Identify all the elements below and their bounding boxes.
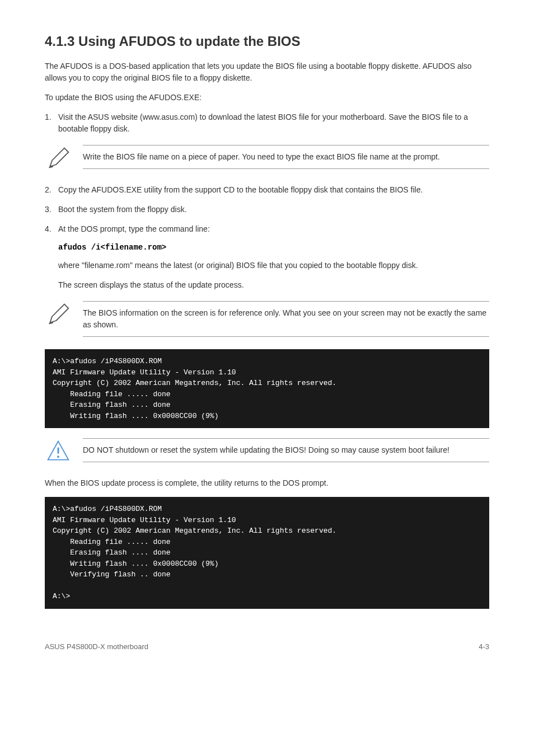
terminal-output-2: A:\>afudos /iP4S800DX.ROMAMI Firmware Up… — [45, 497, 489, 609]
section-title: 4.1.3 Using AFUDOS to update the BIOS — [45, 34, 489, 49]
terminal-line: Erasing flash .... done — [53, 547, 481, 558]
terminal-line: A:\> — [53, 591, 481, 602]
terminal-line: Writing flash .... 0x0008CC00 (9%) — [53, 411, 481, 422]
terminal-line: A:\>afudos /iP4S800DX.ROM — [53, 356, 481, 367]
step-number: 1. — [45, 111, 51, 123]
terminal-line: Writing flash .... 0x0008CC00 (9%) — [53, 558, 481, 570]
step-3: 3. Boot the system from the floppy disk. — [45, 204, 489, 215]
step-1: 1. Visit the ASUS website (www.asus.com)… — [45, 111, 489, 135]
terminal-line: Reading file ..... done — [53, 389, 481, 400]
step-number: 3. — [45, 204, 51, 215]
command-line: afudos /i<filename.rom> — [45, 243, 489, 252]
step-text: At the DOS prompt, type the command line… — [58, 224, 210, 233]
intro-text: The AFUDOS is a DOS-based application th… — [45, 60, 489, 84]
terminal-line: Copyright (C) 2002 American Megatrends, … — [53, 525, 481, 537]
note-content: Write the BIOS file name on a piece of p… — [83, 145, 489, 169]
pencil-icon — [45, 145, 72, 172]
step-text: Boot the system from the floppy disk. — [58, 205, 187, 214]
terminal-line: AMI Firmware Update Utility - Version 1.… — [53, 367, 481, 378]
step-text: Visit the ASUS website (www.asus.com) to… — [58, 112, 468, 133]
terminal-line: Copyright (C) 2002 American Megatrends, … — [53, 378, 481, 389]
terminal-line: Erasing flash .... done — [53, 400, 481, 411]
warning-content: DO NOT shutdown or reset the system whil… — [83, 438, 489, 462]
after-warning: When the BIOS update process is complete… — [45, 477, 489, 489]
note-block-1: Write the BIOS file name on a piece of p… — [45, 145, 489, 172]
update-instruction: To update the BIOS using the AFUDOS.EXE: — [45, 92, 489, 104]
terminal-line: Verifying flash .. done — [53, 569, 481, 580]
warning-icon — [45, 438, 72, 465]
step-text: Copy the AFUDOS.EXE utility from the sup… — [58, 185, 423, 194]
step-2: 2. Copy the AFUDOS.EXE utility from the … — [45, 184, 489, 196]
footer-right: 4-3 — [479, 642, 489, 651]
terminal-line: A:\>afudos /iP4S800DX.ROM — [53, 504, 481, 515]
command-desc-b: The screen displays the status of the up… — [45, 279, 489, 291]
footer-left: ASUS P4S800D-X motherboard — [45, 642, 148, 651]
terminal-output-1: A:\>afudos /iP4S800DX.ROMAMI Firmware Up… — [45, 349, 489, 428]
command-desc-a: where "filename.rom" means the latest (o… — [45, 260, 489, 271]
step-number: 4. — [45, 223, 51, 235]
pencil-icon — [45, 301, 72, 328]
terminal-line: Reading file ..... done — [53, 537, 481, 548]
step-4: 4. At the DOS prompt, type the command l… — [45, 223, 489, 235]
warning-block: DO NOT shutdown or reset the system whil… — [45, 438, 489, 465]
step-number: 2. — [45, 184, 51, 196]
note-content: The BIOS information on the screen is fo… — [83, 301, 489, 337]
terminal-line: AMI Firmware Update Utility - Version 1.… — [53, 515, 481, 526]
page-footer: ASUS P4S800D-X motherboard 4-3 — [45, 642, 489, 651]
note-block-2: The BIOS information on the screen is fo… — [45, 301, 489, 337]
svg-point-1 — [57, 456, 59, 458]
